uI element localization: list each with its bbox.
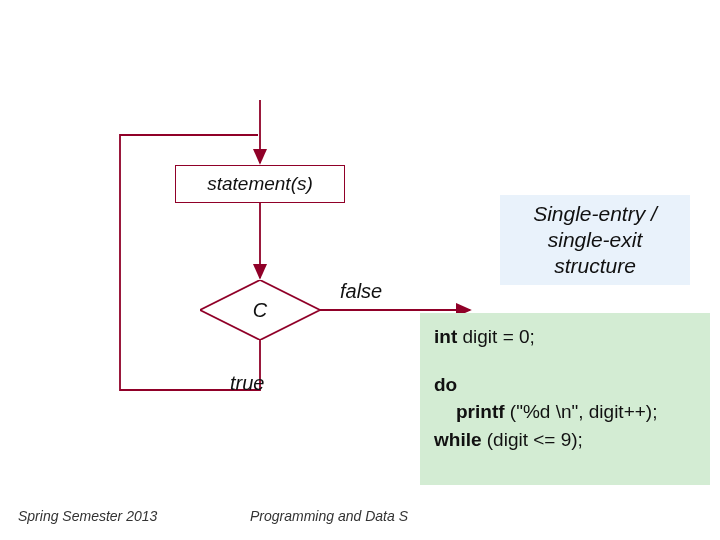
code-kw-do: do: [434, 374, 457, 395]
footer-left: Spring Semester 2013: [18, 508, 157, 524]
statement-label: statement(s): [207, 173, 313, 195]
code-line-1: int digit = 0;: [434, 323, 696, 351]
footer-center: Programming and Data S: [250, 508, 408, 524]
code-text: ("%d \n", digit++);: [505, 401, 658, 422]
code-line-2: do: [434, 371, 696, 399]
edge-label-true: true: [230, 372, 264, 395]
code-kw-int: int: [434, 326, 457, 347]
statement-box: statement(s): [175, 165, 345, 203]
flowchart: statement(s) C false true: [90, 90, 410, 430]
edge-label-false: false: [340, 280, 382, 303]
code-text: (digit <= 9);: [482, 429, 583, 450]
decision-label: C: [200, 280, 320, 340]
code-kw-printf: printf: [456, 401, 505, 422]
code-sample: int digit = 0; do printf ("%d \n", digit…: [420, 313, 710, 485]
code-line-4: while (digit <= 9);: [434, 426, 696, 454]
decision-diamond: C: [200, 280, 320, 340]
code-blank: [434, 351, 696, 371]
code-text: digit = 0;: [457, 326, 535, 347]
note-box: Single-entry / single-exit structure: [500, 195, 690, 285]
code-kw-while: while: [434, 429, 482, 450]
code-line-3: printf ("%d \n", digit++);: [434, 398, 696, 426]
